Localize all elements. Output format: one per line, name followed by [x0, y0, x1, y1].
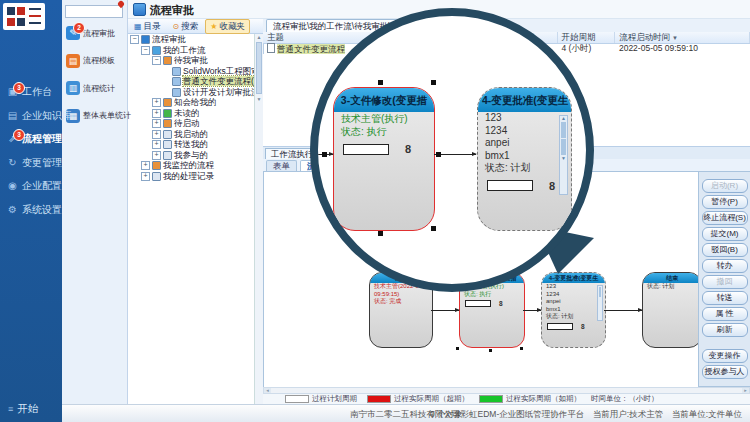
tree-item[interactable]: +我的处理记录 — [127, 171, 255, 182]
selection-handle — [322, 152, 327, 157]
table-cell-4: 2022-05-05 09:59:10 — [615, 43, 750, 54]
action-button-9[interactable]: 刷新 — [702, 323, 748, 337]
flow-node-mag-2[interactable]: 4-变更批准(变更生1231234anpeibmx1状态: 计划8▲▼ — [477, 87, 572, 231]
document-icon — [267, 43, 275, 53]
action-button-7[interactable]: 转送 — [702, 291, 748, 305]
tree-item[interactable]: −流程审批 — [127, 34, 255, 45]
node-line: 1234 — [478, 125, 571, 138]
folder-icon — [163, 98, 172, 107]
flow-node-2[interactable]: 4-变更批准(变更生1231234anpeibmx1状态: 计划8 — [541, 272, 606, 348]
action-button-3[interactable]: 提交(M) — [702, 227, 748, 241]
node-line: 09:59:15) — [370, 291, 432, 299]
node-line: 状态: 完成 — [370, 298, 432, 306]
tree-item[interactable]: 普通文件变更流程(1) — [127, 76, 255, 87]
expand-toggle-icon[interactable]: + — [152, 109, 161, 118]
status-bar: 0 个对象 南宁市二零二五科技有限公司彩虹EDM-企业图纸管理协作平台 当前用户… — [62, 404, 750, 422]
explorer-panel: ▦目录⊙搜索★收藏夹 −流程审批−我的工作流−待我审批SolidWorks工程图… — [127, 18, 264, 404]
action-button-8[interactable]: 属 性 — [702, 307, 748, 321]
tree-item[interactable]: SolidWorks工程图审批流程(1) — [127, 66, 255, 77]
node-line: anpei — [542, 298, 605, 306]
node-scrollbar-icon[interactable]: ▲▼ — [559, 115, 568, 195]
action-button-2[interactable]: 终止流程(S) — [702, 211, 748, 225]
company-logo — [3, 3, 45, 30]
tree-item[interactable]: +我参与的 — [127, 150, 255, 161]
legend-swatch — [367, 395, 391, 403]
expand-toggle-icon[interactable]: + — [152, 140, 161, 149]
sort-indicator-icon: ▼ — [670, 35, 678, 41]
node-line: 技术主管(执行) — [334, 112, 434, 125]
tree-item[interactable]: 设计开发计划审批流程(1) — [127, 87, 255, 98]
sidebar-item-1[interactable]: ▤企业知识库 — [0, 104, 62, 127]
expand-toggle-icon[interactable]: − — [141, 46, 150, 55]
node-header: 4-变更批准(变更生 — [478, 88, 571, 112]
folder-icon — [163, 151, 172, 160]
toolbar-catalog-button[interactable]: ▦目录 — [129, 19, 166, 34]
tree-item[interactable]: +我启动的 — [127, 129, 255, 140]
start-icon: ≡ — [8, 399, 13, 419]
flow-node-mag-1[interactable]: 3-文件修改(变更措技术主管(执行)状态: 执行8 — [333, 87, 435, 231]
expand-toggle-icon[interactable]: − — [130, 35, 139, 44]
sidebar-item-5[interactable]: ⚙系统设置 — [0, 198, 62, 221]
node-line: anpei — [478, 137, 571, 150]
start-label: 开始 — [17, 402, 38, 414]
scroll-left-icon[interactable]: ◂ — [264, 388, 271, 393]
node-scrollbar-icon[interactable] — [597, 285, 603, 321]
tree-item[interactable]: +未读的 — [127, 108, 255, 119]
progress-bar — [343, 144, 389, 155]
tree-item[interactable]: +我监控的流程 — [127, 160, 255, 171]
action-button-5[interactable]: 转办 — [702, 259, 748, 273]
progress-bar — [487, 180, 533, 191]
action-button-1[interactable]: 暂停(P) — [702, 195, 748, 209]
column-header-3[interactable]: 开始周期 — [558, 32, 616, 43]
horizontal-scrollbar[interactable]: ◂ ▸ — [263, 387, 750, 394]
enterprise-config-icon: ◉ — [6, 174, 19, 197]
start-button[interactable]: ≡开始 — [0, 398, 62, 418]
expand-toggle-icon[interactable]: + — [152, 98, 161, 107]
node-progress: 8 — [465, 300, 524, 307]
expand-toggle-icon[interactable]: + — [141, 161, 150, 170]
sidebar-item-0[interactable]: ▣工作台3 — [0, 80, 62, 103]
sidebar-item-4[interactable]: ◉企业配置 — [0, 174, 62, 197]
expand-toggle-icon[interactable]: + — [152, 130, 161, 139]
expand-toggle-icon[interactable]: − — [152, 56, 161, 65]
tree-item[interactable]: −待我审批 — [127, 55, 255, 66]
tree-item[interactable]: +转送我的 — [127, 139, 255, 150]
flow-arrow — [604, 310, 642, 311]
tree-item[interactable]: −我的工作流 — [127, 45, 255, 56]
sidebar-item-2[interactable]: ⇗流程管理3 — [0, 127, 62, 150]
expand-toggle-icon[interactable]: + — [141, 172, 150, 181]
app-icon — [133, 3, 146, 16]
legend-swatch — [479, 395, 503, 403]
progress-value: 8 — [499, 300, 503, 307]
legend-unit: 时间单位：（小时） — [591, 394, 659, 404]
action-button-10[interactable]: 变更操作 — [702, 349, 748, 363]
progress-value: 8 — [549, 180, 555, 192]
flow-node-3[interactable]: 结束状态: 计划 — [642, 272, 699, 348]
toolbar-favorites-button[interactable]: ★收藏夹 — [205, 19, 250, 34]
action-button-11[interactable]: 授权参与人 — [702, 365, 748, 379]
action-button-0: 启动(R) — [702, 179, 748, 193]
tree-item[interactable]: +知会给我的 — [127, 97, 255, 108]
column-header-4[interactable]: 流程启动时间 ▼ — [615, 32, 750, 43]
folder-icon — [152, 161, 161, 170]
tree-item[interactable]: +待启动 — [127, 118, 255, 129]
expand-toggle-icon[interactable]: + — [152, 119, 161, 128]
tool-item-3[interactable]: ▦整体表单统计 — [66, 109, 126, 131]
search-input[interactable] — [65, 5, 123, 18]
folder-icon — [163, 109, 172, 118]
progress-value: 8 — [405, 143, 411, 155]
toolbar-search-button[interactable]: ⊙搜索 — [168, 19, 204, 34]
status-info: 南宁市二零二五科技有限公司彩虹EDM-企业图纸管理协作平台 当前用户:技术主管 … — [350, 409, 742, 421]
sidebar-item-3[interactable]: ↻变更管理 — [0, 151, 62, 174]
tool-item-1[interactable]: ▤流程模板 — [66, 54, 126, 76]
tool-item-0[interactable]: ✎2流程审批 — [66, 26, 126, 48]
expand-toggle-icon[interactable]: + — [152, 151, 161, 160]
tree-scrollbar[interactable]: ▲▼ — [254, 34, 263, 404]
node-line: 状态: 计划 — [542, 313, 605, 321]
selection-handle — [456, 347, 459, 350]
tool-item-2[interactable]: ▥流程统计 — [66, 81, 126, 103]
action-button-4[interactable]: 驳回(B) — [702, 243, 748, 257]
notification-badge: 3 — [13, 82, 25, 94]
scroll-right-icon[interactable]: ▸ — [742, 388, 749, 393]
process-stats-icon: ▥ — [66, 81, 80, 95]
